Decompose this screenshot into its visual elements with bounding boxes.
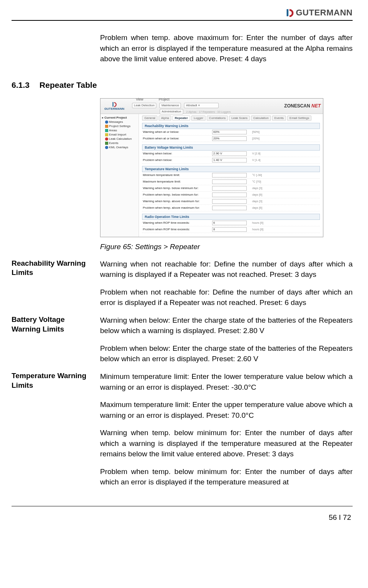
intro-paragraph: Problem when temp. above maximum for: En… bbox=[100, 32, 353, 64]
menu-view[interactable]: View bbox=[136, 97, 143, 101]
ss-setting-label: Minimum temperature limit: bbox=[143, 173, 212, 177]
ss-setting-unit: [50%] bbox=[251, 130, 274, 134]
screenshot-topbar: GUTERMANN View Project Leak Detection Ma… bbox=[100, 99, 323, 114]
ss-section-header: Radio Operation Time Limits bbox=[142, 214, 320, 220]
ss-setting-row: Warning when temp. above maximum for:day… bbox=[142, 198, 320, 205]
definition-paragraph: Problem when temp. below minimum for: En… bbox=[100, 466, 353, 487]
definition-label: Battery Voltage Warning Limits bbox=[12, 315, 92, 334]
logo-mark-icon bbox=[285, 8, 294, 17]
ss-setting-input[interactable] bbox=[212, 173, 247, 178]
ss-setting-input[interactable] bbox=[212, 206, 247, 210]
ss-setting-row: Warning when at or below:[50%] bbox=[142, 129, 320, 136]
ss-setting-input[interactable] bbox=[212, 151, 247, 156]
screenshot: GUTERMANN View Project Leak Detection Ma… bbox=[100, 98, 323, 237]
menu-project[interactable]: Project bbox=[159, 97, 169, 101]
tree-item[interactable]: Email Import bbox=[102, 132, 137, 137]
ss-setting-input[interactable] bbox=[212, 221, 247, 225]
definition-paragraph: Problem when not reachable for: Define t… bbox=[100, 287, 353, 308]
screenshot-top-tabs: View Project Leak Detection Maintenance … bbox=[128, 97, 277, 115]
ss-setting-unit: V [2.8] bbox=[251, 152, 274, 155]
ss-setting-input[interactable] bbox=[212, 186, 247, 191]
ss-setting-label: Problem when at or below: bbox=[143, 137, 212, 140]
ss-section-header: Temperature Warning Limits bbox=[142, 166, 320, 172]
footer-divider bbox=[12, 506, 353, 506]
btn-maintenance[interactable]: Maintenance bbox=[159, 103, 181, 108]
page: GUTERMANN Problem when temp. above maxim… bbox=[0, 0, 368, 588]
tree-item[interactable]: KML Overlays bbox=[102, 145, 137, 149]
ss-setting-label: Warning when at or below: bbox=[143, 130, 212, 134]
btn-leak-detection[interactable]: Leak Detection bbox=[132, 103, 156, 108]
ss-setting-label: Warning when below: bbox=[143, 152, 212, 155]
ss-setting-unit: °C [70] bbox=[251, 180, 274, 183]
ss-section-header: Reachability Warning Limits bbox=[142, 123, 320, 129]
ss-setting-input[interactable] bbox=[212, 130, 247, 134]
ss-setting-row: Problem when temp. above maximum for:day… bbox=[142, 205, 320, 211]
ss-setting-row: Minimum temperature limit:°C [-30] bbox=[142, 172, 320, 179]
figure-block: GUTERMANN View Project Leak Detection Ma… bbox=[12, 97, 353, 259]
ss-setting-unit: days [6] bbox=[251, 206, 274, 209]
subtab[interactable]: Alpha bbox=[159, 116, 171, 121]
subtab[interactable]: Email Settings bbox=[287, 116, 311, 121]
project-selector[interactable]: Albstadt bbox=[184, 103, 219, 108]
definition-label: Temperature Warning Limits bbox=[12, 371, 92, 390]
ss-setting-label: Warning when temp. above maximum for: bbox=[143, 199, 212, 203]
ss-setting-input[interactable] bbox=[212, 199, 247, 204]
ss-setting-input[interactable] bbox=[212, 227, 247, 232]
tree-root[interactable]: ▸ Current Project bbox=[102, 116, 137, 120]
ss-setting-row: Problem when temp. below minimum for:day… bbox=[142, 192, 320, 198]
ss-setting-row: Warning when below:V [2.8] bbox=[142, 151, 320, 157]
subtab[interactable]: Correlations bbox=[207, 116, 228, 121]
ss-setting-input[interactable] bbox=[212, 179, 247, 184]
ss-setting-row: Problem when ROP time exceeds:hours [8] bbox=[142, 226, 320, 233]
ss-setting-label: Problem when ROP time exceeds: bbox=[143, 228, 212, 231]
ss-setting-unit: [20%] bbox=[251, 137, 274, 140]
tree-item[interactable]: Messages bbox=[102, 120, 137, 124]
page-number: 56 I 72 bbox=[12, 513, 353, 522]
ss-setting-unit: °C [-30] bbox=[251, 173, 274, 177]
ss-setting-unit: V [1.4] bbox=[251, 158, 274, 162]
subtab[interactable]: General bbox=[142, 116, 157, 121]
ss-setting-row: Problem when at or below:[20%] bbox=[142, 136, 320, 142]
definition-paragraph: Maximum temperature limit: Enter the upp… bbox=[100, 399, 353, 420]
ss-setting-row: Maximum temperature limit:°C [70] bbox=[142, 179, 320, 185]
tree-item[interactable]: Areas bbox=[102, 128, 137, 132]
screenshot-logo: GUTERMANN bbox=[100, 102, 128, 111]
ss-setting-row: Problem when below:V [1.4] bbox=[142, 157, 320, 164]
ss-setting-label: Warning when temp. below minimum for: bbox=[143, 186, 212, 190]
ss-setting-input[interactable] bbox=[212, 158, 247, 162]
nav-tree: ▸ Current Project Messages Project Setti… bbox=[100, 114, 139, 237]
subtab[interactable]: Leak Scans bbox=[229, 116, 250, 121]
definition-paragraph: Warning when not reachable for: Define t… bbox=[100, 259, 353, 280]
ss-setting-label: Problem when temp. above maximum for: bbox=[143, 206, 212, 209]
definition-row: Reachability Warning LimitsWarning when … bbox=[12, 259, 353, 315]
section-title: Repeater Table bbox=[40, 80, 97, 89]
ss-setting-label: Warning when ROP time exceeds: bbox=[143, 221, 212, 224]
screenshot-main: General Alpha Repeater Logger Correlatio… bbox=[139, 114, 323, 237]
definition-paragraph: Minimum temperature limit: Enter the low… bbox=[100, 371, 353, 392]
project-sub: 2 Alphas · 17 Repeaters · 33 Loggers bbox=[186, 111, 231, 113]
tree-item[interactable]: Project Settings bbox=[102, 124, 137, 128]
ss-section-header: Battery Voltage Warning Limits bbox=[142, 144, 320, 151]
page-header: GUTERMANN bbox=[12, 8, 353, 21]
ss-setting-unit: days [6] bbox=[251, 193, 274, 196]
intro-block: Problem when temp. above maximum for: En… bbox=[12, 32, 353, 71]
ss-setting-input[interactable] bbox=[212, 136, 247, 141]
ss-setting-unit: hours [8] bbox=[251, 228, 274, 231]
definition-paragraph: Warning when below: Enter the charge sta… bbox=[100, 315, 353, 336]
company-logo: GUTERMANN bbox=[285, 8, 353, 18]
ss-setting-row: Warning when ROP time exceeds:hours [6] bbox=[142, 220, 320, 226]
definition-label: Reachability Warning Limits bbox=[12, 259, 92, 278]
subtab-active[interactable]: Repeater bbox=[172, 116, 190, 121]
subtab[interactable]: Calculation bbox=[251, 116, 271, 121]
ss-setting-unit: hours [6] bbox=[251, 221, 274, 224]
subtab[interactable]: Events bbox=[272, 116, 286, 121]
subtab[interactable]: Logger bbox=[191, 116, 206, 121]
definition-row: Temperature Warning LimitsMinimum temper… bbox=[12, 371, 353, 494]
ss-setting-unit: days [3] bbox=[251, 186, 274, 190]
ss-setting-unit: days [3] bbox=[251, 199, 274, 203]
ss-setting-input[interactable] bbox=[212, 193, 247, 197]
tree-item[interactable]: Events bbox=[102, 141, 137, 145]
definition-row: Battery Voltage Warning LimitsWarning wh… bbox=[12, 315, 353, 371]
tree-item[interactable]: Leak Calculation bbox=[102, 137, 137, 141]
section-heading: 6.1.3 Repeater Table bbox=[12, 80, 353, 90]
